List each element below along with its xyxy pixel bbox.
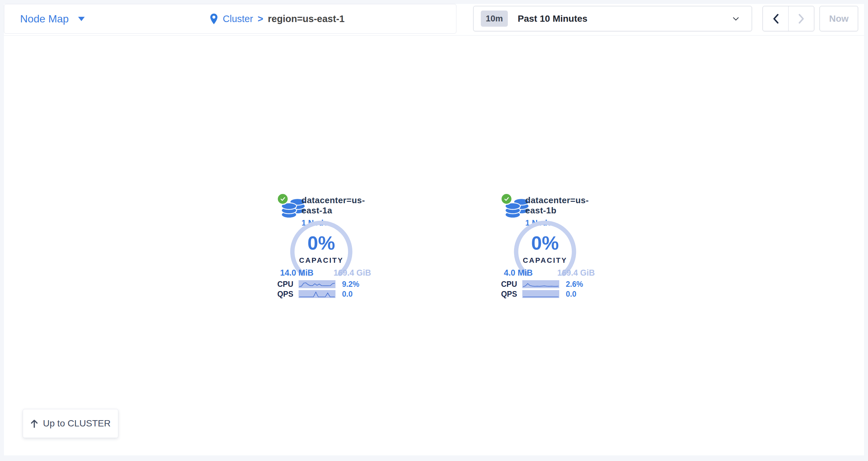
cpu-sparkline (299, 280, 336, 288)
map-pin-icon (210, 13, 218, 25)
cpu-value: 2.6% (566, 280, 583, 289)
qps-label: QPS (497, 290, 522, 299)
breadcrumb-current: region=us-east-1 (268, 13, 345, 24)
time-range-badge: 10m (481, 10, 508, 27)
qps-metric-row: QPS 0.0 (274, 290, 376, 298)
time-range-label: Past 10 Minutes (518, 13, 588, 24)
chevron-right-icon (798, 14, 805, 24)
node-map-canvas: datacenter=us-east-1a 1 Node 0% CAPACITY… (4, 36, 864, 455)
datacenter-widget[interactable]: datacenter=us-east-1a 1 Node 0% CAPACITY… (274, 193, 376, 300)
cpu-label: CPU (497, 280, 522, 289)
datacenter-title: datacenter=us-east-1b (525, 195, 599, 216)
node-map-page: Node Map Cluster > region=us-east-1 10m … (0, 0, 868, 461)
capacity-range: 14.0 MiB 169.4 GiB (280, 268, 371, 277)
capacity-used: 4.0 MiB (504, 268, 533, 277)
breadcrumb: Cluster > region=us-east-1 (210, 4, 345, 33)
check-circle-icon (501, 193, 513, 205)
cpu-value: 9.2% (342, 280, 359, 289)
chevron-left-icon (772, 14, 779, 24)
datacenter-widget[interactable]: datacenter=us-east-1b 1 Node 0% CAPACITY… (497, 193, 599, 300)
qps-label: QPS (274, 290, 299, 299)
capacity-label: CAPACITY (509, 256, 581, 265)
cpu-metric-row: CPU 2.6% (497, 280, 599, 289)
capacity-used: 14.0 MiB (280, 268, 313, 277)
view-selector-label: Node Map (20, 13, 69, 25)
header-card: Node Map Cluster > region=us-east-1 (4, 4, 457, 34)
up-to-cluster-label: Up to CLUSTER (43, 418, 111, 429)
check-circle-icon (277, 193, 289, 205)
breadcrumb-separator: > (258, 13, 263, 24)
up-to-cluster-button[interactable]: Up to CLUSTER (23, 409, 118, 438)
view-selector-dropdown[interactable]: Node Map (20, 4, 85, 33)
capacity-label: CAPACITY (285, 256, 358, 265)
qps-sparkline (299, 290, 336, 298)
time-nav-buttons (763, 6, 814, 31)
time-prev-button[interactable] (763, 6, 788, 31)
capacity-total: 169.4 GiB (334, 268, 371, 277)
qps-value: 0.0 (566, 290, 576, 299)
arrow-up-icon (30, 419, 38, 428)
chevron-down-icon (733, 17, 739, 21)
capacity-percentage: 0% (509, 233, 581, 253)
qps-metric-row: QPS 0.0 (497, 290, 599, 298)
now-button[interactable]: Now (819, 6, 858, 31)
cpu-sparkline (522, 280, 559, 288)
datacenter-header: datacenter=us-east-1a 1 Node (274, 193, 376, 219)
qps-value: 0.0 (342, 290, 352, 299)
qps-sparkline (522, 290, 559, 298)
time-next-button[interactable] (788, 6, 814, 31)
capacity-range: 4.0 MiB 169.4 GiB (504, 268, 595, 277)
breadcrumb-cluster-link[interactable]: Cluster (223, 13, 253, 24)
caret-down-icon (78, 17, 85, 21)
datacenter-title: datacenter=us-east-1a (302, 195, 376, 216)
capacity-total: 169.4 GiB (557, 268, 595, 277)
cpu-metric-row: CPU 9.2% (274, 280, 376, 289)
capacity-percentage: 0% (285, 233, 358, 253)
header-bar: Node Map Cluster > region=us-east-1 10m … (4, 4, 864, 36)
datacenter-header: datacenter=us-east-1b 1 Node (497, 193, 599, 219)
time-range-dropdown[interactable]: 10m Past 10 Minutes (473, 6, 752, 31)
cpu-label: CPU (274, 280, 299, 289)
